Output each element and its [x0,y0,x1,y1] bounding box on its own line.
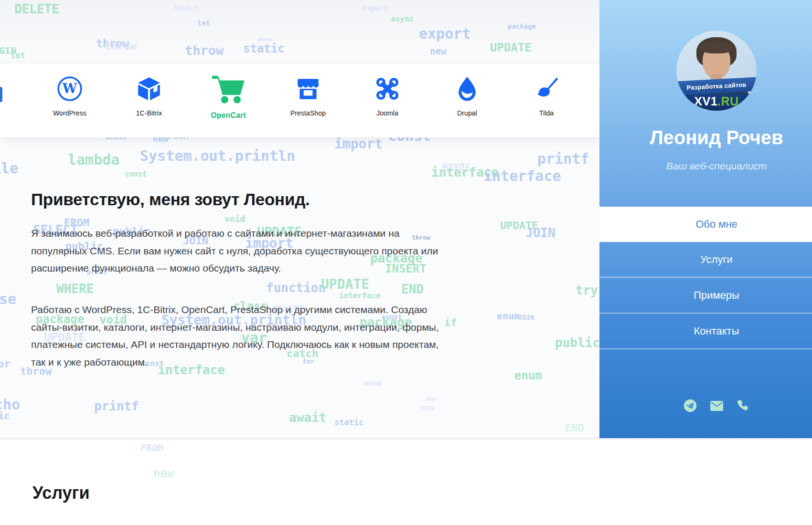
prestashop-icon [295,76,321,102]
brand-name: XV1 [694,94,717,108]
bg-code-word: UPDATE [321,278,369,291]
opencart-icon [211,72,246,106]
bg-code-word: static [243,43,285,54]
sidebar-item-label: Примеры [694,289,739,302]
page: DELETESELECTexportasyncletpackageexportt… [0,0,812,525]
cms-item-joomla[interactable]: Joomla [356,63,418,137]
phone-link[interactable] [736,400,749,413]
sidebar-item-about[interactable]: Обо мне [599,207,812,242]
bg-code-word: import [334,137,383,151]
bg-code-word: JOIN [518,314,534,321]
sidebar-item-label: Контакты [694,325,739,337]
bg-code-word: throw [105,41,137,52]
cms-item-label: Tilda [539,109,554,117]
bg-code-word: static [334,419,363,427]
bg-code-word: try [576,284,598,296]
bg-code-word: System.out.println [140,149,295,163]
bg-code-word: enum [514,370,542,381]
bg-code-word: JOIN [420,406,434,411]
bg-code-word: DELETE [14,3,59,15]
profile-name: Леонид Рочев [599,127,812,148]
bg-code-word: else [0,292,16,306]
bg-code-word: END [565,423,584,433]
bg-code-word: let [197,20,210,27]
profile-sidebar: XV1.RU Разработка сайтов Леонид Рочев Ва… [599,0,812,438]
telegram-icon [684,399,697,414]
about-paragraph-2: Работаю с WordPress, 1C-Bitrix, OpenCart… [31,301,466,371]
tilda-icon [534,76,559,102]
cms-item-opencart[interactable]: OpenCart [197,63,259,137]
bg-code-word: export [419,27,470,41]
cms-item-label: PrestaShop [290,109,326,117]
email-icon [710,400,724,413]
bg-code-word: for [0,359,11,369]
bg-code-word: UPDATE [490,42,532,53]
cms-item-tilda[interactable]: Tilda [515,63,577,137]
sidebar-item-contacts[interactable]: Контакты [599,314,812,349]
bg-code-word: public [555,336,600,349]
partial-logo[interactable] [0,87,2,102]
badge-ribbon-text: Разработка сайтов [686,81,747,92]
phone-icon [736,399,749,414]
bg-code-word: interface [483,169,561,183]
bg-code-word: FROM [140,443,163,452]
telegram-link[interactable] [684,400,697,413]
bg-code-word: package [508,23,536,30]
bg-code-word: function [266,282,326,294]
brand-tld: .RU [717,94,739,108]
bg-code-word: new [153,468,174,479]
bg-code-word: file [0,161,18,176]
about-paragraph-1: Я занимаюсь веб-разработкой и работаю с … [31,225,466,277]
bg-code-word: void [224,215,245,223]
social-links [599,400,812,413]
bg-code-word: new [425,396,436,402]
cms-item-label: 1C-Bitrix [136,109,162,117]
email-link[interactable] [710,400,723,413]
svg-text:W: W [62,81,77,96]
bg-code-word: interface [339,292,381,300]
bg-code-word: SELECT [174,5,198,11]
bitrix-icon [136,76,162,102]
bg-code-word: printf [94,400,139,412]
profile-subtitle: Ваш веб-специалист [599,160,812,172]
bg-code-word: async [442,160,470,170]
sidebar-item-label: Обо мне [695,218,737,231]
cms-item-label: Drupal [457,109,477,117]
bg-code-word: lambda [68,153,119,167]
bg-code-word: async [391,15,414,23]
bg-code-word: const [125,171,147,178]
avatar: XV1.RU Разработка сайтов [676,31,757,111]
bg-code-word: WHERE [364,381,382,387]
bg-code-word: export [362,5,388,12]
bg-code-word: throw [185,44,224,57]
cms-item-wordpress[interactable]: WWordPress [39,63,101,137]
sidebar-item-examples[interactable]: Примеры [599,278,812,314]
cms-item-prestashop[interactable]: PrestaShop [277,63,339,137]
services-title: Услуги [32,483,90,503]
avatar-hair-fringe [700,41,733,53]
wordpress-icon: W [57,76,83,102]
cms-item-drupal[interactable]: Drupal [436,63,498,137]
cms-item-label: WordPress [53,109,86,117]
sidebar-item-services[interactable]: Услуги [599,242,812,278]
cms-item-label: Joomla [376,109,398,117]
bg-code-word: printf [537,152,589,166]
bg-code-word: await [289,411,326,424]
bg-code-word: static [0,411,10,420]
drupal-icon [454,76,480,102]
bg-code-word: let [11,52,25,60]
brand-logo: XV1.RU [676,94,757,108]
bg-code-word: END [401,283,424,295]
about-title: Приветствую, меня зовут Леонид. [31,190,509,209]
joomla-icon [374,76,400,102]
sidebar-menu: Обо мнеУслугиПримерыКонтакты [599,207,812,349]
cms-item-label: OpenCart [211,111,246,120]
bg-code-word: JOIN [525,227,556,239]
bg-code-word: enum [497,311,520,321]
cms-item-bitrix[interactable]: 1C-Bitrix [118,63,180,137]
sidebar-item-label: Услуги [700,253,733,266]
bg-code-word: new [430,47,446,56]
bg-code-word: WHERE [56,283,94,295]
